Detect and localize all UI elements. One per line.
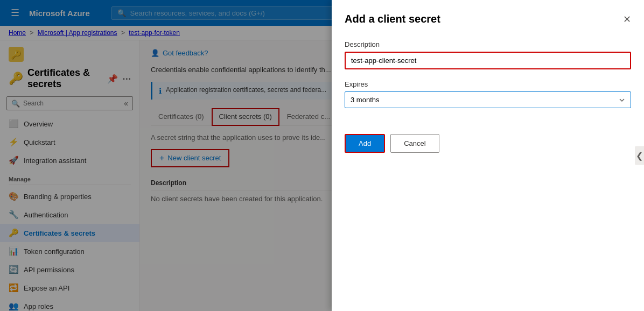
expires-select[interactable]: 3 months 6 months 12 months 18 months 24… bbox=[345, 91, 631, 108]
panel-header: Add a client secret ✕ bbox=[345, 13, 631, 25]
expires-select-wrapper: 3 months 6 months 12 months 18 months 24… bbox=[345, 91, 631, 108]
add-button[interactable]: Add bbox=[345, 134, 385, 153]
description-label: Description bbox=[345, 40, 631, 48]
cancel-button[interactable]: Cancel bbox=[390, 134, 439, 153]
scroll-indicator[interactable]: ❮ bbox=[635, 146, 644, 165]
panel-actions: Add Cancel bbox=[345, 134, 631, 153]
add-secret-panel: Add a client secret ✕ Description Expire… bbox=[332, 0, 644, 311]
overlay: Add a client secret ✕ Description Expire… bbox=[0, 0, 644, 311]
expires-field: Expires 3 months 6 months 12 months 18 m… bbox=[345, 80, 631, 108]
close-icon[interactable]: ✕ bbox=[623, 13, 631, 25]
expires-label: Expires bbox=[345, 80, 631, 88]
panel-title: Add a client secret bbox=[345, 13, 440, 25]
description-input[interactable] bbox=[345, 52, 631, 69]
description-field: Description bbox=[345, 40, 631, 69]
